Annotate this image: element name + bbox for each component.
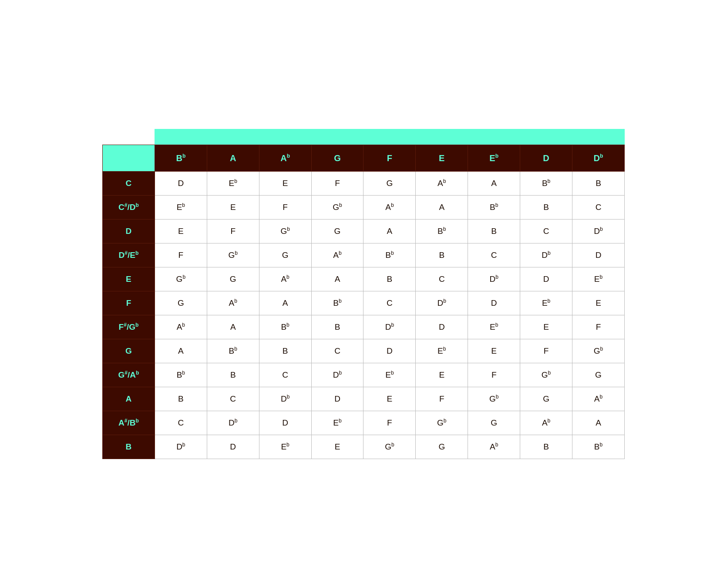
- table-cell: Gb: [311, 196, 364, 220]
- row-label: F#/Gb: [103, 315, 155, 339]
- table-cell: B: [520, 435, 572, 459]
- table-cell: Db: [468, 267, 520, 291]
- table-cell: Gb: [364, 435, 416, 459]
- table-row: DEFGbGABbBCDb: [103, 220, 625, 243]
- table-cell: A: [155, 339, 207, 363]
- table-cell: D: [468, 291, 520, 315]
- table-cell: Ab: [311, 243, 364, 267]
- table-cell: E: [207, 196, 259, 220]
- table-cell: F: [259, 196, 311, 220]
- table-cell: Db: [416, 291, 468, 315]
- transposing-table: Bb A Ab G F E Eb D Db CDEbEFGAbABbBC#/Db…: [102, 129, 625, 460]
- table-cell: B: [311, 315, 364, 339]
- table-cell: C: [259, 363, 311, 387]
- table-cell: Db: [364, 315, 416, 339]
- table-wrapper: Bb A Ab G F E Eb D Db CDEbEFGAbABbBC#/Db…: [102, 129, 625, 460]
- row-label: B: [103, 435, 155, 459]
- table-cell: D: [572, 243, 625, 267]
- table-cell: Bb: [416, 220, 468, 243]
- row-label: C#/Db: [103, 196, 155, 220]
- col-header-f: F: [364, 145, 416, 172]
- table-cell: Bb: [155, 363, 207, 387]
- table-cell: F: [520, 339, 572, 363]
- table-cell: B: [468, 220, 520, 243]
- table-cell: Gb: [572, 339, 625, 363]
- table-row: D#/EbFGbGAbBbBCDbD: [103, 243, 625, 267]
- table-cell: D: [416, 315, 468, 339]
- table-cell: Gb: [207, 243, 259, 267]
- table-cell: B: [364, 267, 416, 291]
- row-label: C: [103, 172, 155, 196]
- table-cell: G: [311, 220, 364, 243]
- table-cell: A: [364, 220, 416, 243]
- table-cell: Eb: [364, 363, 416, 387]
- table-row: ABCDbDEFGbGAb: [103, 387, 625, 411]
- table-cell: A: [207, 315, 259, 339]
- table-cell: F: [416, 387, 468, 411]
- table-cell: Eb: [468, 315, 520, 339]
- table-cell: Ab: [572, 387, 625, 411]
- table-cell: C: [468, 243, 520, 267]
- corner-header: [103, 145, 155, 172]
- table-cell: D: [155, 172, 207, 196]
- table-row: G#/AbBbBCDbEbEFGbG: [103, 363, 625, 387]
- table-cell: Gb: [520, 363, 572, 387]
- table-row: C#/DbEbEFGbAbABbBC: [103, 196, 625, 220]
- table-cell: B: [416, 243, 468, 267]
- table-cell: G: [155, 291, 207, 315]
- table-cell: Eb: [416, 339, 468, 363]
- table-cell: C: [416, 267, 468, 291]
- col-header-eb: Eb: [468, 145, 520, 172]
- table-cell: Db: [572, 220, 625, 243]
- table-cell: D: [311, 387, 364, 411]
- table-cell: F: [364, 411, 416, 435]
- table-cell: Bb: [259, 315, 311, 339]
- table-cell: C: [520, 220, 572, 243]
- table-cell: Ab: [259, 267, 311, 291]
- table-cell: Eb: [155, 196, 207, 220]
- table-cell: Db: [155, 435, 207, 459]
- row-label: D: [103, 220, 155, 243]
- table-cell: E: [520, 315, 572, 339]
- table-cell: Gb: [468, 387, 520, 411]
- table-cell: D: [259, 411, 311, 435]
- table-cell: C: [572, 196, 625, 220]
- table-title: [155, 129, 624, 145]
- table-cell: Ab: [207, 291, 259, 315]
- table-cell: Db: [207, 411, 259, 435]
- table-row: CDEbEFGAbABbB: [103, 172, 625, 196]
- table-cell: Eb: [572, 267, 625, 291]
- table-cell: F: [207, 220, 259, 243]
- table-cell: Bb: [207, 339, 259, 363]
- col-header-d: D: [520, 145, 572, 172]
- table-cell: B: [207, 363, 259, 387]
- table-cell: Eb: [207, 172, 259, 196]
- col-header-ab: Ab: [259, 145, 311, 172]
- table-cell: Db: [520, 243, 572, 267]
- table-cell: G: [468, 411, 520, 435]
- table-cell: Db: [311, 363, 364, 387]
- table-cell: C: [155, 411, 207, 435]
- table-row: BDbDEbEGbGAbBBb: [103, 435, 625, 459]
- table-cell: E: [155, 220, 207, 243]
- table-cell: E: [311, 435, 364, 459]
- table-cell: E: [259, 172, 311, 196]
- table-cell: C: [364, 291, 416, 315]
- table-cell: Ab: [520, 411, 572, 435]
- col-header-g: G: [311, 145, 364, 172]
- table-cell: F: [155, 243, 207, 267]
- table-cell: Bb: [311, 291, 364, 315]
- table-cell: B: [155, 387, 207, 411]
- table-cell: C: [311, 339, 364, 363]
- row-label: D#/Eb: [103, 243, 155, 267]
- table-cell: D: [364, 339, 416, 363]
- table-cell: A: [311, 267, 364, 291]
- table-cell: Db: [259, 387, 311, 411]
- table-row: A#/BbCDbDEbFGbGAbA: [103, 411, 625, 435]
- column-header-row: Bb A Ab G F E Eb D Db: [103, 145, 625, 172]
- table-row: FGAbABbCDbDEbE: [103, 291, 625, 315]
- table-cell: Eb: [311, 411, 364, 435]
- table-cell: G: [416, 435, 468, 459]
- table-cell: G: [259, 243, 311, 267]
- table-cell: C: [207, 387, 259, 411]
